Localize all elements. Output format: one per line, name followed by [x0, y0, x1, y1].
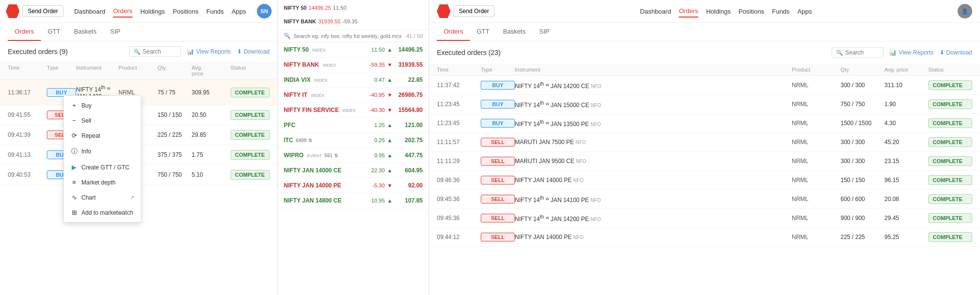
- table-row[interactable]: 11:23:45 BUY NIFTY 14th ᵂ JAN 15000 CE N…: [429, 95, 980, 114]
- list-item[interactable]: NIFTY FIN SERVICE INDEX -40.30 ▼ 15564.8…: [278, 103, 429, 118]
- buy-icon: +: [71, 102, 78, 109]
- list-item[interactable]: NIFTY JAN 14800 CE 10.95 ▲ 107.85: [278, 193, 429, 208]
- market-item-name: NIFTY JAN 14000 PE: [284, 182, 369, 189]
- order-qty: 150 / 150: [841, 177, 884, 184]
- order-price: 5.10: [192, 171, 231, 178]
- nav-orders[interactable]: Orders: [113, 5, 133, 18]
- market-change: 1.25 ▲: [369, 122, 393, 128]
- list-item[interactable]: WIPRO EVENT 561 ⇅ 0.95 ▲ 447.75: [278, 148, 429, 163]
- order-instrument: NIFTY JAN 14000 PE NFO: [515, 234, 792, 240]
- tab-baskets[interactable]: Baskets: [67, 23, 103, 41]
- order-instrument: NIFTY 14th ᵂ JAN 13500 PE NFO: [515, 119, 792, 128]
- table-row[interactable]: 09:45:36 SELL NIFTY 14th ᵂ JAN 14100 PE …: [429, 190, 980, 209]
- order-product: NRML: [792, 196, 841, 203]
- left-search-box[interactable]: 🔍: [129, 46, 181, 57]
- nav-holdings[interactable]: Holdings: [140, 6, 165, 17]
- right-nav-holdings[interactable]: Holdings: [706, 6, 731, 17]
- table-row[interactable]: 09:46:36 SELL NIFTY JAN 14000 PE NFO NRM…: [429, 171, 980, 190]
- right-search-box[interactable]: 🔍: [832, 47, 883, 58]
- right-nav-apps[interactable]: Apps: [798, 6, 812, 17]
- tab-sip[interactable]: SIP: [103, 23, 127, 41]
- table-row[interactable]: 11:36:17 BUY NIFTY 14th ᵂ JAN 1420 ••• N…: [0, 80, 277, 105]
- order-instrument: NIFTY 14th ᵂ JAN 14200 CE NFO: [515, 81, 792, 90]
- left-search-input[interactable]: [142, 48, 176, 55]
- menu-info[interactable]: ⓘ Info: [64, 143, 141, 160]
- market-indices: NIFTY 50 14496.25 11.50 NIFTY BANK 31939…: [284, 5, 423, 24]
- right-view-reports-link[interactable]: 📊 View Reports: [889, 49, 933, 56]
- market-item-name: INDIA VIX INDEX: [284, 76, 369, 83]
- menu-add-label: Add to marketwatch: [81, 209, 133, 216]
- index-nifty50-value: 14496.25: [309, 5, 331, 11]
- right-tab-baskets[interactable]: Baskets: [496, 23, 532, 41]
- right-download-link[interactable]: ⬇ Download: [940, 49, 972, 56]
- market-search-input[interactable]: [294, 33, 403, 39]
- market-price: 14496.25: [393, 46, 423, 53]
- right-send-order-button[interactable]: Send Order: [453, 5, 494, 17]
- right-view-reports-icon: 📊: [889, 49, 897, 56]
- table-row[interactable]: 11:37:42 BUY NIFTY 14th ᵂ JAN 14200 CE N…: [429, 76, 980, 95]
- list-item[interactable]: NIFTY IT INDEX -40.95 ▼ 26986.75: [278, 88, 429, 103]
- list-item[interactable]: ITC 6409 ⇅ 0.25 ▲ 202.75: [278, 133, 429, 148]
- list-item[interactable]: NIFTY 50 INDEX 11.50 ▲ 14496.25: [278, 42, 429, 57]
- order-price: 1.75: [192, 151, 231, 158]
- sell-icon: −: [71, 117, 78, 124]
- nav-dashboard[interactable]: Dashboard: [74, 6, 105, 17]
- view-reports-link[interactable]: 📊 View Reports: [187, 48, 231, 55]
- list-item[interactable]: NIFTY BANK INDEX -59.35 ▼ 31939.55: [278, 57, 429, 73]
- order-time: 09:41:39: [8, 131, 47, 138]
- menu-sell[interactable]: − Sell: [64, 113, 141, 128]
- order-qty: 750 / 750: [841, 101, 884, 108]
- menu-create-gtt[interactable]: ▶ Create GTT / GTC: [64, 160, 141, 175]
- vol-info: 561 ⇅: [324, 153, 337, 158]
- table-row[interactable]: 11:11:29 SELL MARUTI JAN 9500 CE NFO NRM…: [429, 152, 980, 171]
- nav-funds[interactable]: Funds: [206, 6, 224, 17]
- order-time: 11:23:45: [437, 120, 481, 127]
- nav-positions[interactable]: Positions: [173, 6, 198, 17]
- nav-apps[interactable]: Apps: [232, 6, 246, 17]
- index-nifty50-change: 11.50: [333, 5, 347, 11]
- market-change: 0.25 ▲: [369, 137, 393, 143]
- menu-repeat[interactable]: ⟳ Repeat: [64, 128, 141, 143]
- menu-sell-label: Sell: [81, 117, 91, 124]
- table-row[interactable]: 11:11:57 SELL MARUTI JAN 7500 PE NFO NRM…: [429, 133, 980, 152]
- left-send-order-button[interactable]: Send Order: [22, 5, 63, 17]
- market-header: NIFTY 50 14496.25 11.50 NIFTY BANK 31939…: [278, 0, 429, 30]
- right-logo-group: Send Order: [437, 4, 494, 18]
- table-row[interactable]: 09:44:12 SELL NIFTY JAN 14000 PE NFO NRM…: [429, 228, 980, 247]
- menu-market-depth[interactable]: ≡ Market depth: [64, 175, 141, 190]
- user-avatar[interactable]: SN: [257, 4, 272, 18]
- tab-orders[interactable]: Orders: [8, 23, 41, 41]
- menu-buy[interactable]: + Buy: [64, 98, 141, 113]
- market-list: NIFTY 50 INDEX 11.50 ▲ 14496.25 NIFTY BA…: [278, 42, 429, 295]
- menu-chart[interactable]: ∿ Chart ↗: [64, 190, 141, 205]
- market-price: 107.85: [393, 197, 423, 204]
- market-item-name: NIFTY JAN 14000 CE: [284, 167, 369, 174]
- order-qty: 75 / 75: [157, 89, 192, 96]
- download-link[interactable]: ⬇ Download: [237, 48, 270, 55]
- list-item[interactable]: PFC 1.25 ▲ 121.00: [278, 118, 429, 133]
- market-search-bar[interactable]: 🔍 41 / 50: [278, 30, 429, 42]
- right-nav-funds[interactable]: Funds: [772, 6, 789, 17]
- table-row[interactable]: 11:23:45 BUY NIFTY 14th ᵂ JAN 13500 PE N…: [429, 114, 980, 133]
- order-instrument: NIFTY 14th ᵂ JAN 14100 PE NFO: [515, 195, 792, 203]
- right-tab-orders[interactable]: Orders: [437, 23, 470, 41]
- list-item[interactable]: INDIA VIX INDEX 0.47 ▲ 22.85: [278, 73, 429, 88]
- right-tab-gtt[interactable]: GTT: [470, 23, 496, 41]
- market-change: 22.30 ▲: [369, 167, 393, 173]
- list-item[interactable]: NIFTY JAN 14000 PE -5.30 ▼ 92.00: [278, 178, 429, 193]
- right-nav-positions[interactable]: Positions: [739, 6, 764, 17]
- right-nav-dashboard[interactable]: Dashboard: [640, 6, 671, 17]
- right-tab-sip[interactable]: SIP: [532, 23, 556, 41]
- index-nifty50-name: NIFTY 50: [284, 5, 307, 11]
- tab-gtt[interactable]: GTT: [41, 23, 67, 41]
- right-nav-orders[interactable]: Orders: [679, 5, 698, 18]
- order-qty: 300 / 300: [841, 158, 884, 165]
- table-row[interactable]: 09:45:36 SELL NIFTY 14th ᵂ JAN 14200 PE …: [429, 209, 980, 228]
- order-status: COMPLETE: [928, 232, 972, 242]
- right-user-avatar[interactable]: 👤: [958, 4, 972, 18]
- market-price: 604.95: [393, 167, 423, 174]
- right-search-input[interactable]: [845, 49, 879, 56]
- list-item[interactable]: NIFTY JAN 14000 CE 22.30 ▲ 604.95: [278, 163, 429, 178]
- menu-add-marketwatch[interactable]: ⊞ Add to marketwatch: [64, 205, 141, 220]
- order-qty: 1500 / 1500: [841, 120, 884, 127]
